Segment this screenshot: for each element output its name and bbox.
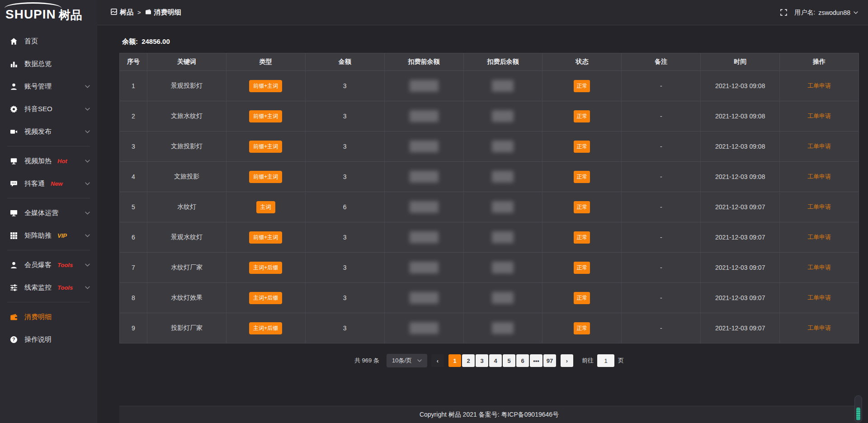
sidebar-item-data-overview[interactable]: 数据总览 [0,52,97,75]
sidebar-item-matrix-boost[interactable]: 矩阵助推 VIP [0,224,97,247]
table-row: 8 水纹灯效果 主词+后缀 3 正常 - 2021-12-03 09:07 工单… [120,282,859,313]
chat-icon [10,180,18,188]
chevron-down-icon [85,160,90,163]
goto-page-input[interactable]: 1 [597,354,614,367]
sidebar-item-home[interactable]: 首页 [0,30,97,52]
column-header: 关键词 [147,53,226,70]
sidebar-item-member-baoke[interactable]: 会员爆客 Tools [0,254,97,276]
sidebar-item-account-management[interactable]: 账号管理 [0,75,97,98]
type-badge: 主词+后缀 [249,322,282,334]
sidebar-item-douketong[interactable]: 抖客通 New [0,172,97,195]
page-button-2[interactable]: 2 [462,354,475,367]
table-row: 4 文旅投影 前缀+主词 3 正常 - 2021-12-03 09:08 工单申… [120,161,859,192]
sidebar-item-media-operation[interactable]: 全媒体运营 [0,202,97,224]
sidebar-item-video-publish[interactable]: 视频发布 [0,120,97,143]
sidebar-item-badge: Tools [57,284,73,291]
sidebar-item-douyin-seo[interactable]: 抖音SEO [0,98,97,120]
scrollbar[interactable] [854,395,862,423]
chevron-down-icon [85,108,90,111]
work-order-link[interactable]: 工单申请 [807,173,831,181]
next-page-button[interactable]: › [561,354,573,367]
copyright-text: Copyright 树品 2021 备案号: 粤ICP备09019646号 [420,411,559,419]
work-order-link[interactable]: 工单申请 [807,324,831,332]
work-order-link[interactable]: 工单申请 [807,263,831,272]
prev-page-button[interactable]: ‹ [431,354,444,367]
type-badge: 主词 [256,201,275,213]
cell-action: 工单申请 [779,71,859,101]
chevron-down-icon [854,11,858,14]
work-order-link[interactable]: 工单申请 [807,142,831,150]
status-badge: 正常 [574,171,590,183]
cell-status: 正常 [542,283,621,313]
chevron-down-icon [85,234,90,237]
page-button-3[interactable]: 3 [476,354,488,367]
logo-text-en: SHUPIN [5,8,56,21]
cell-balance-before [384,162,463,192]
sliders-icon [10,284,18,291]
cell-action: 工单申请 [779,253,859,282]
fullscreen-icon[interactable] [780,9,787,16]
cell-status: 正常 [542,71,621,101]
type-badge: 前缀+主词 [249,110,282,122]
cell-remark: - [621,253,700,282]
cell-index: 4 [120,162,147,192]
cell-index: 3 [120,132,147,161]
chevron-down-icon [85,85,90,88]
cell-balance-after [463,253,542,282]
cell-balance-after [463,162,542,192]
masked-balance [410,292,439,304]
page-button-5[interactable]: 5 [503,354,515,367]
masked-balance [410,171,439,183]
cell-amount: 3 [305,283,384,313]
sidebar-item-video-heat[interactable]: 视频加热 Hot [0,150,97,172]
username-value: zswodun88 [818,9,850,16]
page-button-97[interactable]: 97 [543,354,556,367]
cell-remark: - [621,192,700,222]
footer: Copyright 树品 2021 备案号: 粤ICP备09019646号 [119,406,859,423]
cell-type: 主词+后缀 [226,253,305,282]
cell-time: 2021-12-03 09:08 [700,162,779,192]
work-order-link[interactable]: 工单申请 [807,294,831,302]
sidebar-item-operation-guide[interactable]: ? 操作说明 [0,328,97,351]
cell-index: 7 [120,253,147,282]
sidebar-item-badge: New [51,180,63,187]
cell-index: 5 [120,192,147,222]
sidebar-item-label: 数据总览 [24,60,52,68]
sidebar-item-lead-monitor[interactable]: 线索监控 Tools [0,276,97,299]
work-order-link[interactable]: 工单申请 [807,82,831,90]
type-badge: 前缀+主词 [249,80,282,92]
masked-balance [410,201,439,213]
cell-action: 工单申请 [779,283,859,313]
status-badge: 正常 [574,231,590,244]
sidebar-item-consumption-detail[interactable]: 消费明细 [0,306,97,328]
cell-index: 2 [120,101,147,131]
page-size-select[interactable]: 10条/页 [387,354,427,367]
breadcrumb-home[interactable]: 树品 [111,8,133,17]
sidebar-menu: 首页 数据总览 账号管理 抖音SEO 视频发布 视频加热 Hot 抖客通 New… [0,30,97,351]
cell-action: 工单申请 [779,222,859,252]
cell-amount: 3 [305,101,384,131]
cell-status: 正常 [542,313,621,343]
page-button-1[interactable]: 1 [448,354,461,367]
masked-balance [492,262,514,273]
page-button-4[interactable]: 4 [489,354,502,367]
scrollbar-thumb[interactable] [856,408,860,420]
work-order-link[interactable]: 工单申请 [807,233,831,241]
cell-action: 工单申请 [779,101,859,131]
sidebar-item-label: 会员爆客 [24,261,52,269]
user-dropdown[interactable]: 用户名: zswodun88 [794,9,858,17]
breadcrumb-separator: > [137,9,141,16]
cell-balance-after [463,313,542,343]
status-badge: 正常 [574,322,590,334]
cell-remark: - [621,162,700,192]
svg-text:?: ? [12,337,15,342]
cell-keyword: 文旅投影灯 [147,132,226,161]
work-order-link[interactable]: 工单申请 [807,112,831,120]
cell-balance-after [463,101,542,131]
page-button-more[interactable]: ••• [530,354,542,367]
status-badge: 正常 [574,110,590,122]
page-button-6[interactable]: 6 [516,354,529,367]
masked-balance [410,80,439,92]
work-order-link[interactable]: 工单申请 [807,203,831,211]
breadcrumb-current[interactable]: 消费明细 [145,8,181,17]
